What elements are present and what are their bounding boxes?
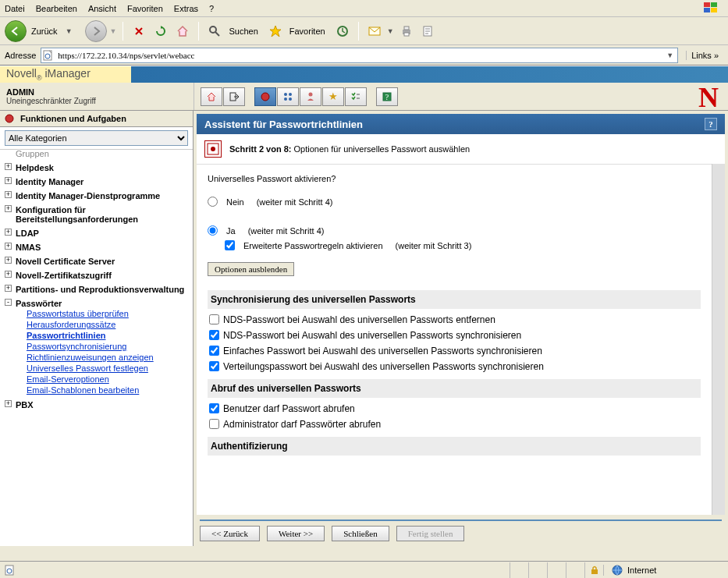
close-button-wizard[interactable]: Schließen <box>332 526 389 541</box>
print-button[interactable] <box>397 22 416 41</box>
exit-icon[interactable] <box>223 87 245 106</box>
address-field-wrap[interactable]: ▼ <box>41 48 678 63</box>
edit-button[interactable] <box>419 22 438 41</box>
toggle-options-button[interactable]: Optionen ausblenden <box>208 262 294 276</box>
chk-user-retrieve[interactable]: Benutzer darf Passwort abrufen <box>208 401 701 417</box>
tree-item-pbx[interactable]: +PBX <box>5 398 188 412</box>
tree-item-cert-access[interactable]: +Novell-Zertifikatszugriff <box>5 268 188 282</box>
sublink-policy-assignments[interactable]: Richtlinienzuweisungen anzeigen <box>27 352 188 363</box>
option-extended-row[interactable]: Erweiterte Passwortregeln aktivieren (we… <box>225 238 701 253</box>
expand-icon[interactable]: + <box>5 285 12 292</box>
mail-dropdown-icon[interactable]: ▼ <box>387 27 394 35</box>
tree-item-nmas[interactable]: +NMAS <box>5 240 188 254</box>
back-button[interactable] <box>5 20 27 42</box>
windows-flag-icon <box>701 0 720 16</box>
address-dropdown-icon[interactable]: ▼ <box>664 51 676 59</box>
forward-dropdown-icon[interactable]: ▼ <box>110 27 117 35</box>
expand-icon[interactable]: + <box>5 271 12 278</box>
chk-remove-nds[interactable]: NDS-Passwort bei Auswahl des universelle… <box>208 312 701 328</box>
home-button[interactable] <box>173 22 192 41</box>
sublink-email-server-options[interactable]: Email-Serveroptionen <box>27 374 188 385</box>
checkbox-sync-dist[interactable] <box>209 361 219 371</box>
expand-icon[interactable]: + <box>5 177 12 184</box>
chk-sync-nds[interactable]: NDS-Passwort bei Auswahl des universelle… <box>208 328 701 343</box>
admin-label: ADMIN <box>6 87 187 97</box>
help-button[interactable]: ? <box>705 118 717 130</box>
tree-item-cert-server[interactable]: +Novell Certificate Server <box>5 254 188 268</box>
checkbox-remove-nds[interactable] <box>209 314 219 324</box>
checkbox-extended-rules[interactable] <box>225 240 235 250</box>
expand-icon[interactable]: + <box>5 191 12 198</box>
sidebar: Funktionen und Aufgaben Alle Kategorien … <box>0 111 194 546</box>
back-dropdown-icon[interactable]: ▼ <box>66 27 73 35</box>
category-select[interactable]: Alle Kategorien <box>5 130 188 146</box>
sublink-password-policies[interactable]: Passwortrichtlinien <box>27 330 188 341</box>
stop-button[interactable] <box>130 22 148 41</box>
view-objects-icon[interactable] <box>277 87 299 106</box>
home-icon[interactable] <box>201 87 222 106</box>
chk-sync-simple[interactable]: Einfaches Passwort bei Auswahl des unive… <box>208 343 701 359</box>
app-subheader: ADMIN Uneingeschränkter Zugriff ★ ? N <box>0 83 728 111</box>
option-ja-row[interactable]: Ja (weiter mit Schritt 4) <box>208 223 701 238</box>
tree-item-passwords[interactable]: -Passwörter Passwortstatus überprüfen He… <box>5 296 188 398</box>
favorites-icon[interactable]: ★ <box>322 87 344 106</box>
sublink-password-status[interactable]: Passwortstatus überprüfen <box>27 308 188 319</box>
svg-point-22 <box>5 115 13 122</box>
tree-item-helpdesk[interactable]: +Helpdesk <box>5 161 188 175</box>
menu-favoriten[interactable]: Favoriten <box>127 4 163 13</box>
refresh-button[interactable] <box>151 22 170 41</box>
menu-help[interactable]: ? <box>209 4 214 13</box>
history-button[interactable] <box>333 22 352 41</box>
sublink-challenge-sets[interactable]: Herausforderungssätze <box>27 319 188 330</box>
expand-icon[interactable]: + <box>5 229 12 236</box>
wizard-footer: << Zurück Weiter >> Schließen Fertig ste… <box>197 515 725 543</box>
expand-icon[interactable]: + <box>5 205 12 212</box>
checkbox-user-retrieve[interactable] <box>209 403 219 413</box>
tree-item-provisioning-config[interactable]: +Konfiguration für Bereitstellungsanford… <box>5 203 188 226</box>
svg-point-17 <box>284 98 287 101</box>
sublink-password-sync[interactable]: Passwortsynchronisierung <box>27 341 188 352</box>
chk-sync-dist[interactable]: Verteilungspasswort bei Auswahl des univ… <box>208 359 701 374</box>
checkbox-sync-simple[interactable] <box>209 346 219 356</box>
tree-item-gruppen[interactable]: Gruppen <box>5 150 188 161</box>
address-bar: Adresse ▼ Links » <box>0 45 728 66</box>
chk-admin-retrieve[interactable]: Administrator darf Passwörter abrufen <box>208 417 701 432</box>
task-list-icon[interactable] <box>345 87 367 106</box>
sublink-email-templates[interactable]: Email-Schablonen bearbeiten <box>27 385 188 395</box>
forward-button[interactable] <box>85 20 107 42</box>
checkbox-sync-nds[interactable] <box>209 330 219 340</box>
favorites-button[interactable] <box>266 22 285 41</box>
expand-icon[interactable]: + <box>5 243 12 250</box>
step-header: Schritt 2 von 8: Optionen für universell… <box>197 134 725 164</box>
svg-point-18 <box>289 98 292 101</box>
tree-item-identity-manager-tools[interactable]: +Identity Manager-Dienstprogramme <box>5 189 188 203</box>
configure-icon[interactable] <box>300 87 321 106</box>
menu-extras[interactable]: Extras <box>174 4 198 13</box>
search-button[interactable] <box>205 22 224 41</box>
links-label[interactable]: Links » <box>686 51 723 60</box>
tree-item-identity-manager[interactable]: +Identity Manager <box>5 175 188 189</box>
roles-icon[interactable] <box>254 87 276 106</box>
expand-icon[interactable]: + <box>5 400 12 407</box>
sublink-universal-password[interactable]: Universelles Passwort festlegen <box>27 363 188 374</box>
checkbox-admin-retrieve[interactable] <box>209 419 219 429</box>
expand-icon[interactable]: + <box>5 257 12 264</box>
collapse-icon[interactable]: - <box>5 299 12 306</box>
menu-bearbeiten[interactable]: Bearbeiten <box>36 4 77 13</box>
vertical-scrollbar[interactable] <box>712 164 725 515</box>
mail-button[interactable] <box>365 22 384 41</box>
menu-datei[interactable]: Datei <box>5 4 25 13</box>
expand-icon[interactable]: + <box>5 163 12 170</box>
next-button-wizard[interactable]: Weiter >> <box>267 526 325 541</box>
radio-nein[interactable] <box>208 197 218 207</box>
radio-ja[interactable] <box>208 225 218 236</box>
tree-item-partitions[interactable]: +Partitions- und Reproduktionsverwaltung <box>5 282 188 296</box>
help-icon[interactable]: ? <box>376 87 398 106</box>
svg-point-24 <box>211 147 215 151</box>
back-button-wizard[interactable]: << Zurück <box>200 526 260 541</box>
address-input[interactable] <box>56 51 664 60</box>
step-icon <box>204 140 222 158</box>
tree-item-ldap[interactable]: +LDAP <box>5 226 188 240</box>
menu-ansicht[interactable]: Ansicht <box>88 4 116 13</box>
option-nein-row[interactable]: Nein (weiter mit Schritt 4) <box>208 194 701 209</box>
